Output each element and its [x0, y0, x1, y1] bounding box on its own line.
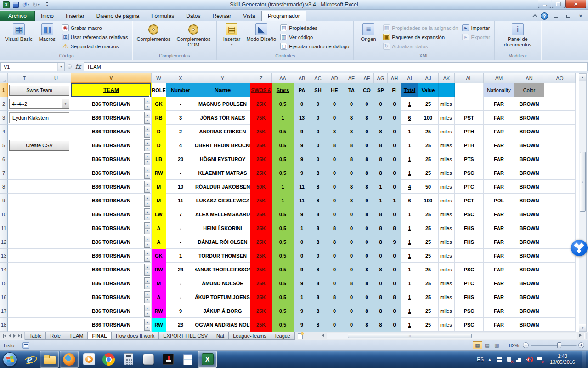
scroll-up-icon[interactable]: ▲ [579, 74, 586, 81]
cell-total[interactable]: 1 [401, 318, 418, 332]
column-header-ak[interactable]: AK [439, 73, 455, 83]
spin-down-icon[interactable]: ▼ [145, 311, 150, 317]
cell-name[interactable]: JÁKUP TOFTUM JOENSE [195, 290, 250, 304]
cell-stat[interactable]: 0 [294, 97, 310, 111]
cell-role[interactable]: M [152, 276, 166, 290]
cell-number[interactable]: 2 [166, 125, 195, 138]
cell-tu-16[interactable] [8, 290, 71, 304]
cell-role[interactable]: GK [152, 97, 166, 111]
cell-stat[interactable]: 0 [343, 235, 360, 249]
cell-al[interactable]: FHS [455, 221, 484, 235]
cell-swos[interactable]: 25K [250, 125, 272, 138]
cell-number[interactable]: - [166, 290, 195, 304]
cell-stat[interactable]: 0 [360, 125, 374, 138]
cell-name[interactable]: ÁMUND NOLSÖE [195, 276, 250, 290]
cell-al[interactable]: PTC [455, 276, 484, 290]
cell-swos[interactable]: 25K [250, 318, 272, 332]
team-spinner[interactable]: ▲▼ [144, 153, 150, 165]
cell-stat[interactable]: 0 [343, 207, 360, 221]
cell-stat-header-fi[interactable]: FI [388, 83, 401, 97]
cell-stat[interactable]: 0 [310, 111, 326, 125]
cell-stat[interactable]: 0 [388, 97, 401, 111]
cell-value[interactable]: 25 [418, 152, 439, 166]
column-header-af[interactable]: AF [360, 73, 374, 83]
cell-ao[interactable] [544, 125, 576, 138]
cell-value[interactable]: 25 [418, 290, 439, 304]
cell-stat[interactable]: 8 [374, 138, 388, 152]
column-header-u[interactable]: U [41, 73, 71, 83]
cell-role[interactable]: RB [152, 111, 166, 125]
cell-stat[interactable]: 0 [374, 276, 388, 290]
cell-miles[interactable]: miles [439, 276, 455, 290]
hscroll-left-icon[interactable] [321, 333, 325, 338]
cell-total[interactable]: 6 [401, 111, 418, 125]
cell-stat[interactable]: 0 [343, 97, 360, 111]
cell-stat[interactable]: 8 [310, 304, 326, 318]
column-header-v[interactable]: V [71, 73, 152, 83]
column-header-aj[interactable]: AJ [418, 73, 439, 83]
cell-color[interactable]: BROWN [514, 304, 544, 318]
create-csv-button[interactable]: Create CSV [9, 140, 69, 151]
cell-stat[interactable]: 0 [388, 304, 401, 318]
cell-number[interactable]: - [166, 235, 195, 249]
cell-name[interactable]: KLAEMINT MATRAS [195, 166, 250, 180]
cell-team[interactable]: B36 TORSHAVN▲▼ [71, 207, 152, 221]
cell-al1[interactable] [455, 83, 484, 97]
cell-stat[interactable]: 0 [310, 125, 326, 138]
cell-miles[interactable]: miles [439, 194, 455, 207]
cell-swos[interactable]: 25K [250, 290, 272, 304]
cell-value-header[interactable]: Value [418, 83, 439, 97]
cell-stat[interactable]: 8 [310, 194, 326, 207]
cell-al[interactable]: PSC [455, 263, 484, 276]
normal-view-button[interactable]: ▦ [473, 341, 482, 349]
cell-stat[interactable]: 0 [343, 221, 360, 235]
ribbon-button-importar[interactable]: ▸Importar [461, 24, 492, 32]
cell-stat[interactable]: 8 [374, 235, 388, 249]
cell-color[interactable]: BROWN [514, 194, 544, 207]
cell-stat[interactable]: 0 [374, 249, 388, 263]
spin-down-icon[interactable]: ▼ [145, 146, 150, 151]
cell-stat[interactable]: 0 [326, 304, 343, 318]
cell-total-header[interactable]: Total [401, 83, 418, 97]
spin-up-icon[interactable]: ▲ [145, 223, 150, 229]
ribbon-tab-datos[interactable]: Datos [180, 11, 206, 21]
cell-color[interactable]: BROWN [514, 97, 544, 111]
cell-al[interactable]: PSC [455, 166, 484, 180]
fx-icon[interactable]: fx [75, 63, 81, 70]
cell-ao[interactable] [544, 249, 576, 263]
column-header-w[interactable]: W [152, 73, 166, 83]
cell-stat[interactable]: 0 [374, 97, 388, 111]
cell-stat[interactable]: 8 [343, 111, 360, 125]
spin-up-icon[interactable]: ▲ [145, 167, 150, 173]
spin-up-icon[interactable]: ▲ [145, 112, 150, 118]
cell-stat[interactable]: 0 [360, 290, 374, 304]
vertical-scrollbar[interactable]: ▲ ≡ ▼ [579, 73, 587, 332]
cell-stat[interactable]: 8 [343, 138, 360, 152]
cell-stat-header-sh[interactable]: SH [310, 83, 326, 97]
page-break-view-button[interactable]: ▥ [492, 341, 502, 349]
cell-al[interactable] [455, 249, 484, 263]
cell-value[interactable]: 25 [418, 97, 439, 111]
cell-stat[interactable]: 0 [326, 152, 343, 166]
spin-down-icon[interactable]: ▼ [145, 284, 150, 289]
cell-nationality[interactable]: FAR [484, 152, 514, 166]
cell-nationality[interactable]: FAR [484, 304, 514, 318]
macro-record-icon[interactable] [22, 342, 29, 349]
cell-al[interactable]: PSC [455, 318, 484, 332]
cell-stars[interactable]: 0,5 [272, 221, 294, 235]
spin-up-icon[interactable]: ▲ [145, 98, 150, 104]
spin-down-icon[interactable]: ▼ [145, 187, 150, 193]
cell-al[interactable] [455, 97, 484, 111]
cell-stat[interactable]: 0 [360, 235, 374, 249]
cell-t1[interactable]: Swos Team [8, 83, 71, 97]
cell-stat[interactable]: 9 [294, 207, 310, 221]
cell-swos[interactable]: 25K [250, 152, 272, 166]
team-spinner[interactable]: ▲▼ [144, 208, 150, 220]
cell-stat[interactable]: 0 [388, 111, 401, 125]
cell-miles[interactable]: miles [439, 180, 455, 194]
cell-miles[interactable]: miles [439, 249, 455, 263]
cell-nationality[interactable]: FAR [484, 166, 514, 180]
cell-role[interactable]: RW [152, 304, 166, 318]
cell-team[interactable]: B36 TORSHAVN▲▼ [71, 180, 152, 194]
cell-tu-5[interactable]: Create CSV [8, 138, 71, 152]
